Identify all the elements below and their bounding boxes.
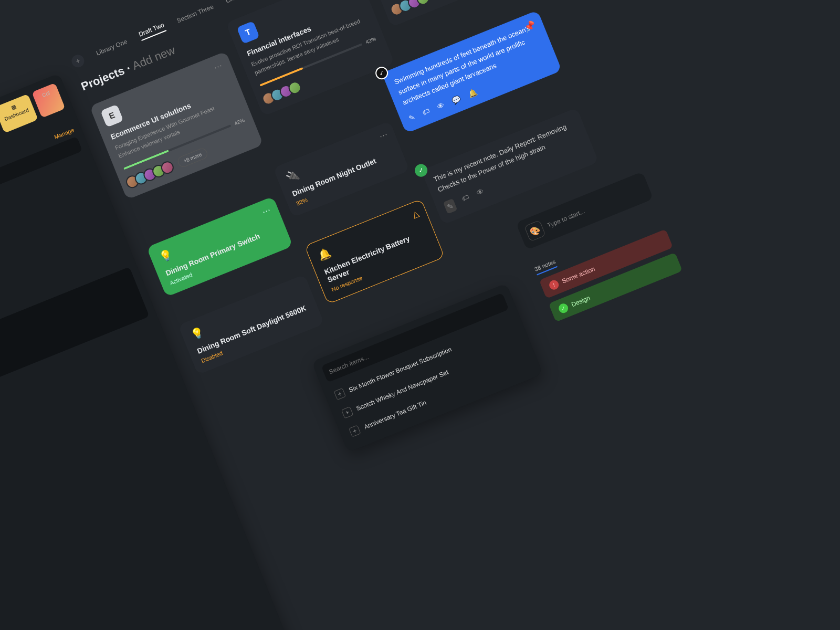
grid-icon: ▦ xyxy=(10,103,17,111)
search-panel: +Six Month Flower Bouquet Subscription +… xyxy=(311,283,543,452)
device-soft-daylight[interactable]: 💡 Dining Room Soft Daylight 5600K Disabl… xyxy=(178,274,324,375)
note-card-blue[interactable]: ✓ 📌 Swimming hundreds of feet beneath th… xyxy=(382,10,562,133)
col-button[interactable]: Col xyxy=(32,83,65,118)
check-icon: ✓ xyxy=(413,162,429,178)
add-tab-button[interactable]: + xyxy=(70,53,86,69)
edit-icon[interactable]: ✎ xyxy=(408,112,417,122)
tab-onhover[interactable]: Onhover xyxy=(225,0,250,5)
eye-icon[interactable]: 👁 xyxy=(436,101,446,111)
tag-icon[interactable]: 🏷 xyxy=(460,192,472,206)
chat-icon[interactable]: 💬 xyxy=(450,94,462,106)
card-more-icon[interactable]: ⋯ xyxy=(213,60,225,72)
device-kitchen-battery[interactable]: △ 🔔 Kitchen Electricity Battery Server N… xyxy=(304,198,445,304)
device-night-outlet[interactable]: ⋯ 🔌 Dining Room Night Outlet 32% xyxy=(273,121,410,217)
device-primary-switch[interactable]: ⋯ 💡 Dining Room Primary Switch Activated xyxy=(146,196,293,297)
project-badge: T xyxy=(237,21,260,44)
check-icon: ✓ xyxy=(557,302,569,314)
tab-section[interactable]: Section Three xyxy=(176,3,215,25)
dashboard-button[interactable]: ▦Dashboard xyxy=(0,94,38,133)
project-badge: E xyxy=(100,104,123,127)
project-card-a[interactable]: A UX for dashboards Productize ubiquitou… xyxy=(357,0,523,27)
add-item-icon[interactable]: + xyxy=(334,388,346,400)
project-card-t[interactable]: ⋯ T Financial interfaces Evolve proactiv… xyxy=(226,0,395,117)
notes-count[interactable]: 38 notes xyxy=(533,258,558,275)
bell-icon[interactable]: 🔔 xyxy=(467,88,478,99)
add-item-icon[interactable]: + xyxy=(341,406,353,418)
add-item-icon[interactable]: + xyxy=(349,425,361,437)
edit-icon[interactable]: ✎ xyxy=(443,198,458,214)
error-icon: ! xyxy=(548,279,560,291)
add-project-link[interactable]: Add new xyxy=(130,44,177,72)
palette-icon[interactable]: 🎨 xyxy=(524,220,546,242)
tab-draft[interactable]: Draft Two xyxy=(138,21,166,41)
eye-icon[interactable]: 👁 xyxy=(475,186,487,201)
tab-library[interactable]: Library One xyxy=(95,38,128,57)
more-members-button[interactable]: +8 more xyxy=(176,146,209,169)
tag-icon[interactable]: 🏷 xyxy=(422,107,432,117)
